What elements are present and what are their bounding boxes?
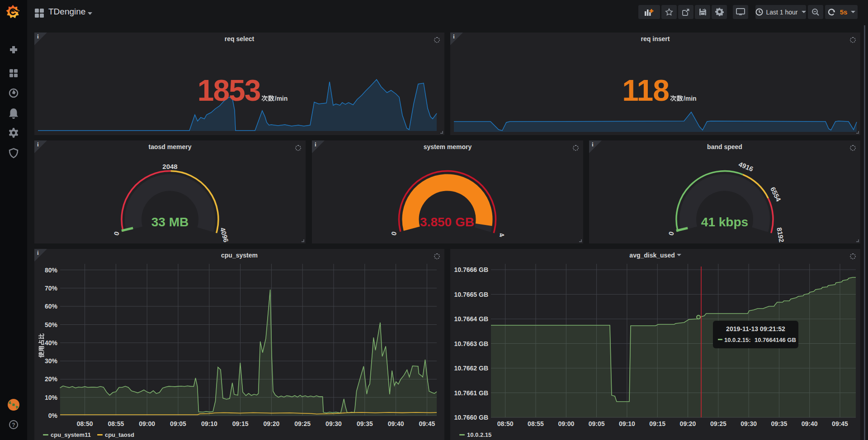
svg-text:6554: 6554 [769, 186, 783, 203]
svg-text:0: 0 [112, 231, 121, 236]
svg-text:0: 0 [390, 231, 398, 236]
svg-text:2048: 2048 [162, 163, 177, 170]
svg-text:4916: 4916 [737, 160, 754, 173]
svg-text:4: 4 [498, 232, 506, 238]
svg-text:0: 0 [667, 231, 675, 236]
